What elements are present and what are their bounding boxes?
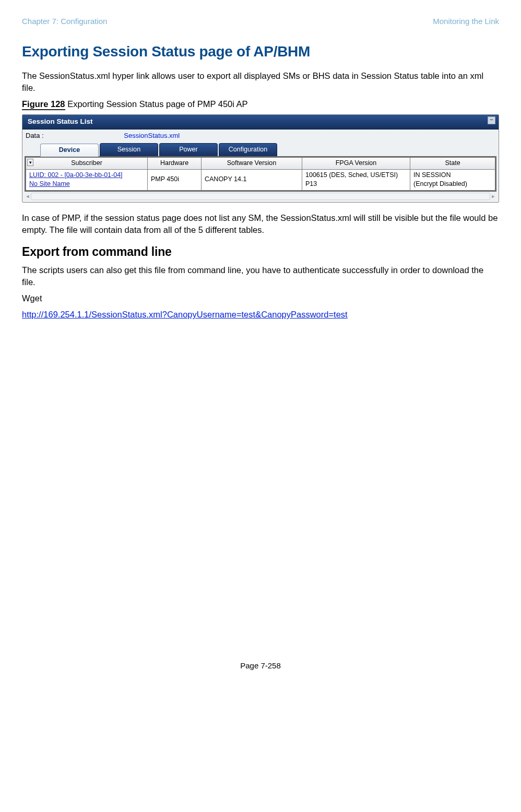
tab-configuration[interactable]: Configuration bbox=[219, 143, 277, 157]
paragraph-pmp-note: In case of PMP, if the session status pa… bbox=[22, 212, 499, 236]
wget-url-link[interactable]: http://169.254.1.1/SessionStatus.xml?Can… bbox=[22, 310, 348, 319]
data-label: Data : bbox=[26, 132, 44, 139]
scroll-right-icon[interactable]: ► bbox=[490, 193, 496, 199]
figure-caption-text: Exporting Session Status page of PMP 450… bbox=[65, 99, 248, 109]
luid-link[interactable]: LUID: 002 - [0a-00-3e-bb-01-04] bbox=[29, 171, 123, 179]
cell-hardware: PMP 450i bbox=[148, 169, 202, 190]
col-hardware[interactable]: Hardware bbox=[148, 158, 202, 170]
collapse-icon[interactable]: − bbox=[488, 116, 495, 124]
screenshot-session-status: Session Status List − Data : SessionStat… bbox=[22, 114, 499, 202]
heading-2: Export from command line bbox=[22, 243, 499, 260]
header-right: Monitoring the Link bbox=[433, 16, 499, 27]
table-wrap: ▾Subscriber Hardware Software Version FP… bbox=[25, 156, 496, 192]
header-left: Chapter 7: Configuration bbox=[22, 16, 107, 27]
tab-device[interactable]: Device bbox=[40, 144, 99, 157]
page-number: Page 7-258 bbox=[22, 660, 499, 671]
panel-header: Session Status List − bbox=[22, 115, 499, 130]
col-state[interactable]: State bbox=[410, 158, 495, 170]
site-name-link[interactable]: No Site Name bbox=[29, 180, 70, 187]
table-header-row: ▾Subscriber Hardware Software Version FP… bbox=[26, 158, 495, 170]
table-row: LUID: 002 - [0a-00-3e-bb-01-04] No Site … bbox=[26, 169, 495, 190]
tab-bar: Device Session Power Configuration bbox=[22, 142, 499, 157]
tab-session[interactable]: Session bbox=[100, 143, 158, 157]
cell-state: IN SESSION (Encrypt Disabled) bbox=[410, 169, 495, 190]
session-status-xml-link[interactable]: SessionStatus.xml bbox=[124, 132, 180, 139]
figure-caption: Figure 128 Exporting Session Status page… bbox=[22, 98, 499, 110]
panel-title: Session Status List bbox=[28, 117, 93, 125]
heading-1: Exporting Session Status page of AP/BHM bbox=[22, 41, 499, 62]
col-software[interactable]: Software Version bbox=[202, 158, 302, 170]
cell-software: CANOPY 14.1 bbox=[202, 169, 302, 190]
paragraph-scripts: The scripts users can also get this file… bbox=[22, 264, 499, 288]
scrollbar-track[interactable] bbox=[31, 193, 490, 200]
paragraph-intro: The SessionStatus.xml hyper link allows … bbox=[22, 70, 499, 94]
scroll-left-icon[interactable]: ◄ bbox=[25, 193, 31, 199]
cell-subscriber: LUID: 002 - [0a-00-3e-bb-01-04] No Site … bbox=[26, 169, 148, 190]
col-fpga[interactable]: FPGA Version bbox=[302, 158, 410, 170]
sort-arrow-icon[interactable]: ▾ bbox=[27, 159, 33, 166]
paragraph-wget: Wget bbox=[22, 292, 499, 304]
cell-fpga: 100615 (DES, Sched, US/ETSI) P13 bbox=[302, 169, 410, 190]
tab-power[interactable]: Power bbox=[159, 143, 218, 157]
figure-number: Figure 128 bbox=[22, 99, 65, 110]
paragraph-url: http://169.254.1.1/SessionStatus.xml?Can… bbox=[22, 309, 499, 321]
horizontal-scrollbar[interactable]: ◄ ► bbox=[25, 193, 496, 200]
session-table: ▾Subscriber Hardware Software Version FP… bbox=[26, 157, 495, 191]
col-subscriber[interactable]: ▾Subscriber bbox=[26, 158, 148, 170]
page-header: Chapter 7: Configuration Monitoring the … bbox=[22, 16, 499, 27]
data-row: Data : SessionStatus.xml bbox=[22, 130, 499, 142]
